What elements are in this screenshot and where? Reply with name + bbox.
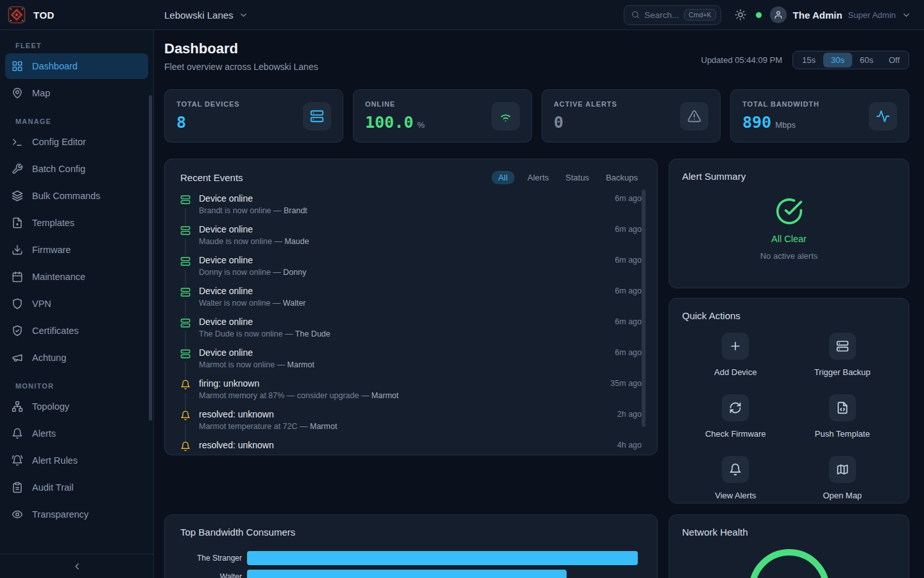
sidebar-item-audit-trail[interactable]: Audit Trail — [5, 475, 148, 500]
refresh-chip — [722, 394, 749, 421]
server-icon — [180, 318, 191, 328]
sidebar-item-maintenance[interactable]: Maintenance — [5, 264, 148, 290]
sidebar-item-dashboard[interactable]: Dashboard — [5, 53, 148, 79]
event-row[interactable]: resolved: unknownMarmot temperature at 7… — [180, 409, 642, 440]
map-chip — [829, 456, 856, 483]
file-icon — [12, 217, 23, 229]
sidebar-nav: FLEETDashboardMapMANAGEConfig EditorBatc… — [0, 42, 153, 527]
event-device-name: Marmot — [372, 391, 398, 400]
user-menu[interactable]: The Admin Super Admin — [770, 6, 911, 23]
quick-action-trigger-backup[interactable]: Trigger Backup — [789, 333, 896, 377]
chevron-down-icon — [239, 10, 248, 20]
bandwidth-bar[interactable] — [247, 570, 567, 578]
sidebar-item-transparency[interactable]: Transparency — [5, 502, 148, 527]
event-title: resolved: unknown — [199, 409, 609, 419]
bandwidth-device-label: The Stranger — [180, 554, 247, 563]
event-row[interactable]: firing: unknownMarmot memory at 87% — co… — [180, 378, 642, 409]
event-body: resolved: unknown — [199, 440, 609, 455]
page-title: Dashboard — [164, 40, 318, 57]
event-body: Device onlineThe Dude is now online — Th… — [199, 317, 606, 347]
event-row[interactable]: Device onlineDonny is now online — Donny… — [180, 255, 642, 286]
event-timestamp: 6m ago — [615, 317, 642, 347]
event-row[interactable]: Device onlineMaude is now online — Maude… — [180, 224, 642, 255]
quick-action-push-template[interactable]: Push Template — [789, 394, 896, 439]
map-pin-icon — [12, 87, 23, 99]
event-title: resolved: unknown — [199, 440, 609, 450]
bandwidth-bar-track — [247, 570, 642, 578]
interval-button-30s[interactable]: 30s — [823, 53, 852, 67]
sidebar-item-label: Map — [32, 88, 50, 98]
event-timestamp: 2h ago — [617, 410, 642, 440]
stat-unit: % — [417, 120, 425, 130]
quick-action-view-alerts[interactable]: View Alerts — [682, 456, 789, 500]
stat-card-online: ONLINE100.0% — [353, 89, 532, 143]
network-health-title: Network Health — [682, 527, 748, 538]
sidebar-item-config-editor[interactable]: Config Editor — [5, 129, 148, 155]
quick-action-open-map[interactable]: Open Map — [789, 456, 896, 500]
sidebar-item-label: VPN — [32, 299, 51, 309]
event-title: Device online — [199, 286, 606, 296]
sidebar-scrollbar[interactable] — [149, 95, 152, 421]
stat-card-total-devices: TOTAL DEVICES8 — [164, 89, 343, 143]
wrench-icon — [12, 163, 23, 175]
shield-check-icon — [12, 325, 23, 337]
sidebar-item-firmware[interactable]: Firmware — [5, 237, 148, 263]
server-icon — [180, 195, 191, 205]
refresh-interval-group: 15s30s60sOff — [792, 51, 909, 69]
event-row[interactable]: Device onlineBrandt is now online — Bran… — [180, 193, 642, 224]
stat-card-total-bandwidth: TOTAL BANDWIDTH890Mbps — [730, 89, 909, 143]
stat-value: 0 — [554, 113, 563, 132]
event-row[interactable]: Device onlineThe Dude is now online — Th… — [180, 317, 642, 347]
event-row[interactable]: resolved: unknown4h ago — [180, 440, 642, 455]
quick-actions-grid: Add DeviceTrigger BackupCheck FirmwarePu… — [682, 333, 896, 500]
events-tab-all[interactable]: All — [492, 171, 515, 184]
bandwidth-title: Top Bandwidth Consumers — [180, 527, 295, 538]
events-scrollbar[interactable] — [642, 189, 646, 427]
sidebar-item-label: Alerts — [32, 428, 56, 439]
sidebar-item-topology[interactable]: Topology — [5, 394, 148, 419]
sidebar-item-batch-config[interactable]: Batch Config — [5, 156, 148, 182]
fleet-selector[interactable]: Lebowski Lanes — [164, 10, 248, 21]
search-shortcut-badge: Cmd+K — [684, 9, 715, 21]
theme-toggle-sun-icon[interactable] — [735, 9, 746, 21]
event-row[interactable]: Device onlineWalter is now online — Walt… — [180, 286, 642, 317]
sidebar-section-label-manage: MANAGE — [15, 118, 138, 125]
sidebar-item-label: Certificates — [32, 326, 79, 336]
chevron-left-icon — [72, 561, 82, 572]
bell-icon — [180, 410, 191, 421]
calendar-icon — [12, 271, 23, 283]
events-tab-backups[interactable]: Backups — [602, 171, 642, 184]
event-device-name: Walter — [283, 299, 306, 308]
search-input[interactable]: Search... Cmd+K — [624, 5, 721, 25]
quick-action-check-firmware[interactable]: Check Firmware — [682, 394, 789, 439]
interval-button-off[interactable]: Off — [881, 53, 907, 67]
quick-action-label: Check Firmware — [705, 429, 766, 439]
event-subtitle: Marmot is now online — Marmot — [199, 360, 606, 369]
event-timestamp: 6m ago — [615, 256, 642, 286]
interval-button-60s[interactable]: 60s — [852, 53, 881, 67]
megaphone-icon — [12, 352, 23, 363]
sidebar-item-bulk-commands[interactable]: Bulk Commands — [5, 183, 148, 209]
sidebar-item-label: Dashboard — [32, 61, 78, 71]
bandwidth-bar[interactable] — [247, 551, 638, 565]
sidebar-item-vpn[interactable]: VPN — [5, 291, 148, 317]
server-icon — [180, 349, 191, 359]
events-tab-status[interactable]: Status — [561, 171, 593, 184]
events-tab-alerts[interactable]: Alerts — [524, 171, 552, 184]
sidebar-item-map[interactable]: Map — [5, 80, 148, 106]
quick-action-label: Open Map — [823, 491, 862, 500]
interval-button-15s[interactable]: 15s — [794, 53, 823, 67]
sidebar-item-certificates[interactable]: Certificates — [5, 318, 148, 344]
event-row[interactable]: Device onlineMarmot is now online — Marm… — [180, 347, 642, 378]
sidebar-item-templates[interactable]: Templates — [5, 210, 148, 236]
sidebar-item-alert-rules[interactable]: Alert Rules — [5, 448, 148, 473]
avatar — [770, 6, 787, 23]
event-timestamp: 6m ago — [615, 286, 642, 317]
sidebar-item-alerts[interactable]: Alerts — [5, 421, 148, 446]
server-chip — [829, 333, 856, 360]
sidebar-item-label: Maintenance — [32, 272, 85, 282]
quick-action-add-device[interactable]: Add Device — [682, 333, 789, 377]
sidebar-item-achtung[interactable]: Achtung — [5, 345, 148, 371]
event-device-name: Brandt — [284, 206, 307, 215]
sidebar-collapse-button[interactable] — [0, 554, 153, 578]
